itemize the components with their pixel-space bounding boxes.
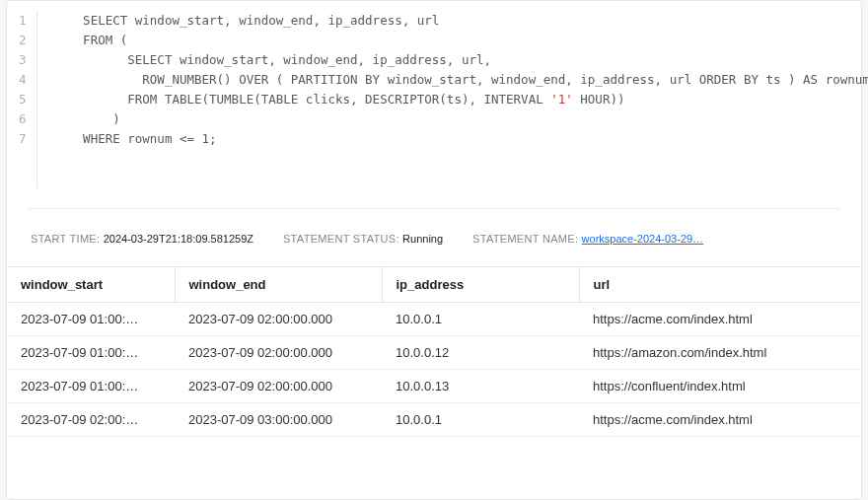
cell: 2023-07-09 01:00:… — [7, 336, 175, 370]
statement-name: Statement name: workspace-2024-03-29… — [472, 233, 703, 245]
panel: 1 2 3 4 5 6 7 SELECT window_start, windo… — [6, 0, 862, 500]
statement-name-link[interactable]: workspace-2024-03-29… — [582, 233, 704, 245]
code-line: ) — [53, 109, 868, 129]
cell: 2023-07-09 01:00:… — [7, 370, 175, 403]
code-line: SELECT window_start, window_end, ip_addr… — [53, 50, 868, 70]
results-table: window_start window_end ip_address url 2… — [7, 266, 861, 437]
statement-status-value: Running — [402, 233, 443, 245]
cell: 10.0.0.1 — [382, 303, 579, 336]
statement-status: Statement status: Running — [283, 233, 443, 245]
cell: 2023-07-09 02:00:00.000 — [175, 303, 382, 336]
cell: 10.0.0.13 — [382, 370, 579, 403]
start-time-label: Start time: — [31, 233, 104, 245]
code-editor[interactable]: 1 2 3 4 5 6 7 SELECT window_start, windo… — [7, 1, 861, 208]
cell: https://confluent/index.html — [579, 370, 861, 403]
cell: 2023-07-09 03:00:00.000 — [175, 403, 382, 437]
code-body[interactable]: SELECT window_start, window_end, ip_addr… — [36, 11, 868, 188]
cell: 2023-07-09 02:00:00.000 — [175, 370, 382, 403]
code-line: FROM TABLE(TUMBLE(TABLE clicks, DESCRIPT… — [53, 90, 868, 109]
column-header-ip-address[interactable]: ip_address — [382, 267, 579, 303]
column-header-window-start[interactable]: window_start — [7, 267, 175, 303]
line-number: 3 — [19, 50, 25, 70]
statement-name-label: Statement name: — [472, 233, 582, 245]
line-number: 7 — [19, 129, 25, 149]
table-row[interactable]: 2023-07-09 01:00:… 2023-07-09 02:00:00.0… — [7, 303, 861, 336]
code-line: ROW_NUMBER() OVER ( PARTITION BY window_… — [53, 70, 868, 90]
cell: 10.0.0.1 — [382, 403, 579, 437]
cell: 2023-07-09 02:00:… — [7, 403, 175, 437]
cell: 2023-07-09 01:00:… — [7, 303, 175, 336]
line-number: 1 — [19, 11, 25, 31]
table-row[interactable]: 2023-07-09 01:00:… 2023-07-09 02:00:00.0… — [7, 370, 861, 403]
start-time-value: 2024-03-29T21:18:09.581259Z — [104, 233, 253, 245]
column-header-window-end[interactable]: window_end — [175, 267, 382, 303]
cell: https://acme.com/index.html — [579, 303, 861, 336]
status-bar: Start time: 2024-03-29T21:18:09.581259Z … — [7, 209, 861, 266]
line-number: 4 — [19, 70, 25, 90]
start-time: Start time: 2024-03-29T21:18:09.581259Z — [31, 233, 253, 245]
table-body: 2023-07-09 01:00:… 2023-07-09 02:00:00.0… — [7, 303, 861, 437]
code-line: FROM ( — [53, 31, 868, 50]
cell: 2023-07-09 02:00:00.000 — [175, 336, 382, 370]
cell: https://acme.com/index.html — [579, 403, 861, 437]
code-line: SELECT window_start, window_end, ip_addr… — [53, 11, 868, 31]
line-number: 5 — [19, 90, 25, 109]
line-number: 2 — [19, 31, 25, 50]
table-row[interactable]: 2023-07-09 02:00:… 2023-07-09 03:00:00.0… — [7, 403, 861, 437]
code-line: WHERE rownum <= 1; — [53, 129, 868, 149]
column-header-url[interactable]: url — [579, 267, 861, 303]
table-header-row: window_start window_end ip_address url — [7, 267, 861, 303]
cell: https://amazon.com/index.html — [579, 336, 861, 370]
line-number: 6 — [19, 109, 25, 129]
line-number-gutter: 1 2 3 4 5 6 7 — [19, 11, 36, 188]
cell: 10.0.0.12 — [382, 336, 579, 370]
statement-status-label: Statement status: — [283, 233, 402, 245]
table-row[interactable]: 2023-07-09 01:00:… 2023-07-09 02:00:00.0… — [7, 336, 861, 370]
